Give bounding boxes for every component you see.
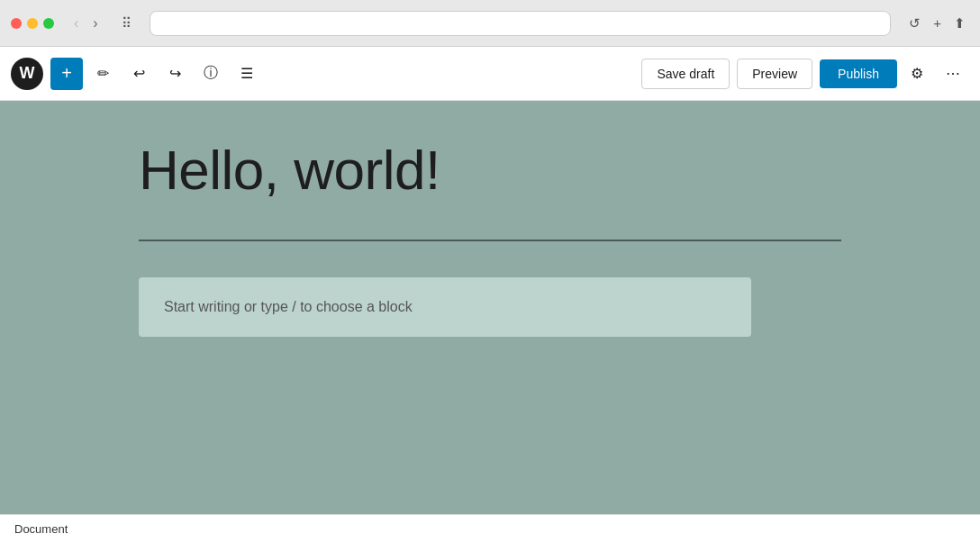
editor-content[interactable]: Hello, world! Start writing or type / to… xyxy=(0,101,980,514)
list-view-button[interactable]: ☰ xyxy=(231,58,263,90)
ellipsis-icon: ⋯ xyxy=(946,65,960,82)
close-button[interactable] xyxy=(11,18,22,29)
forward-button[interactable]: › xyxy=(87,12,103,35)
back-button[interactable]: ‹ xyxy=(68,12,84,35)
separator-line xyxy=(139,240,841,241)
status-bar: Document xyxy=(0,514,980,543)
block-placeholder-text: Start writing or type / to choose a bloc… xyxy=(164,299,413,314)
add-block-button[interactable]: + xyxy=(50,58,83,90)
wp-logo-letter: W xyxy=(20,64,35,83)
more-options-button[interactable]: ⋯ xyxy=(937,58,969,90)
settings-button[interactable]: ⚙ xyxy=(901,58,933,90)
nav-buttons: ‹ › xyxy=(68,12,104,35)
redo-button[interactable]: ↪ xyxy=(159,58,191,90)
preview-button[interactable]: Preview xyxy=(737,59,812,89)
editor-toolbar: W + ✏ ↩ ↪ ⓘ ☰ Save draft Preview Publish… xyxy=(0,47,980,101)
save-draft-button[interactable]: Save draft xyxy=(641,59,730,89)
share-icon[interactable]: ⬆ xyxy=(950,12,969,35)
undo-icon: ↩ xyxy=(133,65,145,82)
gear-icon: ⚙ xyxy=(911,65,923,82)
address-bar[interactable] xyxy=(150,11,892,36)
undo-button[interactable]: ↩ xyxy=(122,58,155,90)
post-title[interactable]: Hello, world! xyxy=(139,137,841,204)
publish-button[interactable]: Publish xyxy=(820,59,897,88)
browser-chrome: ‹ › ⠿ ↺ + ⬆ xyxy=(0,0,980,47)
info-icon: ⓘ xyxy=(204,64,218,83)
grid-view-icon[interactable]: ⠿ xyxy=(118,12,135,35)
minimize-button[interactable] xyxy=(27,18,38,29)
editor-inner: Hello, world! Start writing or type / to… xyxy=(85,137,895,337)
plus-icon: + xyxy=(61,63,72,84)
list-icon: ☰ xyxy=(240,65,253,82)
document-label: Document xyxy=(14,522,68,536)
browser-actions: ↺ + ⬆ xyxy=(905,12,969,35)
block-placeholder[interactable]: Start writing or type / to choose a bloc… xyxy=(139,277,751,337)
tools-button[interactable]: ✏ xyxy=(86,58,119,90)
refresh-icon[interactable]: ↺ xyxy=(905,12,924,35)
redo-icon: ↪ xyxy=(169,65,181,82)
wp-logo[interactable]: W xyxy=(11,58,43,90)
new-tab-icon[interactable]: + xyxy=(930,12,945,34)
info-button[interactable]: ⓘ xyxy=(195,58,227,90)
traffic-lights xyxy=(11,18,54,29)
brush-icon: ✏ xyxy=(97,65,109,82)
fullscreen-button[interactable] xyxy=(43,18,54,29)
